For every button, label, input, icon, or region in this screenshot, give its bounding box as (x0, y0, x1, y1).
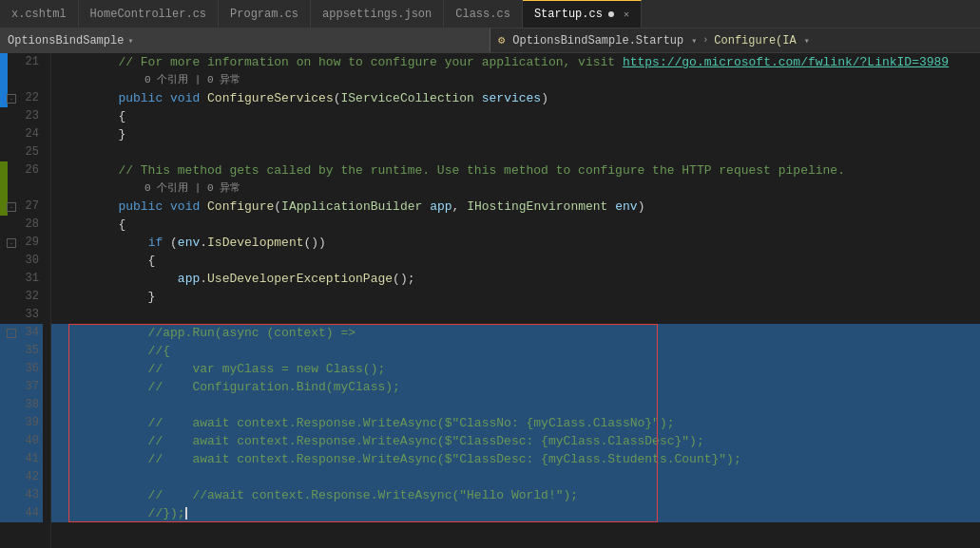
code-line-40: // await context.Response.WriteAsync($"C… (51, 432, 980, 450)
breadcrumb-bar: OptionsBindSample ▾ ⚙ OptionsBindSample.… (0, 28, 980, 53)
code-line-26: // This method gets called by the runtim… (51, 161, 980, 180)
breadcrumb-class[interactable]: ⚙ OptionsBindSample.Startup ▾ › Configur… (490, 33, 980, 47)
code-line-35: //{ (51, 342, 980, 360)
breadcrumb-class-dropdown[interactable]: ▾ (691, 35, 697, 47)
code-line-24: } (51, 125, 980, 143)
code-line-25 (51, 143, 980, 161)
class-icon: ⚙ (498, 33, 505, 47)
tab-label: Startup.cs (534, 8, 603, 21)
code-line-39: // await context.Response.WriteAsync($"C… (51, 414, 980, 432)
editor-body: 21 -22 23 24 25 26 -27 28 -29 30 31 32 (0, 53, 980, 548)
tab-bar: x.cshtml HomeController.cs Program.cs ap… (0, 0, 980, 28)
tab-label: HomeController.cs (90, 8, 206, 21)
tab-label: Program.cs (230, 8, 298, 21)
tab-startup[interactable]: Startup.cs ✕ (523, 0, 642, 28)
tab-x-cshtml[interactable]: x.cshtml (0, 0, 79, 28)
line-number-gutter: 21 -22 23 24 25 26 -27 28 -29 30 31 32 (8, 53, 51, 548)
code-line-41: // await context.Response.WriteAsync($"C… (51, 450, 980, 468)
code-line-38 (51, 396, 980, 414)
code-line-43: // //await context.Response.WriteAsync("… (51, 486, 980, 504)
breadcrumb-class-text: OptionsBindSample.Startup (512, 34, 683, 47)
tab-program[interactable]: Program.cs (219, 0, 311, 28)
code-line-30: { (51, 252, 980, 270)
tab-class[interactable]: Class.cs (444, 0, 523, 28)
fold-btn-29[interactable]: - (7, 238, 16, 248)
code-line-23: { (51, 107, 980, 125)
fold-btn-22[interactable]: - (7, 94, 16, 104)
breadcrumb-namespace-dropdown[interactable]: ▾ (127, 35, 133, 47)
fold-btn-34[interactable]: - (7, 329, 16, 338)
fold-btn-27[interactable]: - (7, 202, 16, 212)
change-indicator-strip (0, 53, 8, 548)
modified-dot (608, 11, 614, 17)
code-line-31: app.UseDeveloperExceptionPage(); (51, 270, 980, 288)
tab-homecontroller[interactable]: HomeController.cs (79, 0, 219, 28)
breadcrumb-separator: › (702, 35, 708, 46)
editor-window: x.cshtml HomeController.cs Program.cs ap… (0, 0, 980, 548)
breadcrumb-namespace[interactable]: OptionsBindSample ▾ (0, 28, 490, 52)
tab-appsettings[interactable]: appsettings.json (311, 0, 444, 28)
code-line-34: //app.Run(async (context) => (51, 324, 980, 342)
code-line-32: } (51, 288, 980, 306)
code-line-37: // Configuration.Bind(myClass); (51, 378, 980, 396)
breadcrumb-namespace-text: OptionsBindSample (8, 34, 124, 47)
tab-label: appsettings.json (322, 8, 432, 21)
code-line-27: public void Configure(IApplicationBuilde… (51, 198, 980, 216)
text-cursor (185, 507, 187, 520)
code-line-42 (51, 468, 980, 486)
code-editor[interactable]: // For more information on how to config… (51, 53, 980, 548)
code-line-28: { (51, 216, 980, 234)
breadcrumb-method-dropdown[interactable]: ▾ (804, 35, 810, 47)
code-line-33 (51, 306, 980, 324)
tab-label: Class.cs (455, 8, 510, 21)
code-ref-hint-26: 0 个引用 | 0 异常 (51, 180, 980, 198)
breadcrumb-method-text: Configure(IA (714, 34, 796, 47)
code-ref-hint-21: 0 个引用 | 0 异常 (51, 71, 980, 89)
code-line-21: // For more information on how to config… (51, 53, 980, 71)
code-line-29: if (env.IsDevelopment()) (51, 234, 980, 252)
tab-close-button[interactable]: ✕ (624, 9, 629, 20)
tab-label: x.cshtml (11, 8, 67, 21)
code-line-44: //}); (51, 504, 980, 522)
code-line-22: public void ConfigureServices(IServiceCo… (51, 89, 980, 107)
code-line-36: // var myClass = new Class(); (51, 360, 980, 378)
